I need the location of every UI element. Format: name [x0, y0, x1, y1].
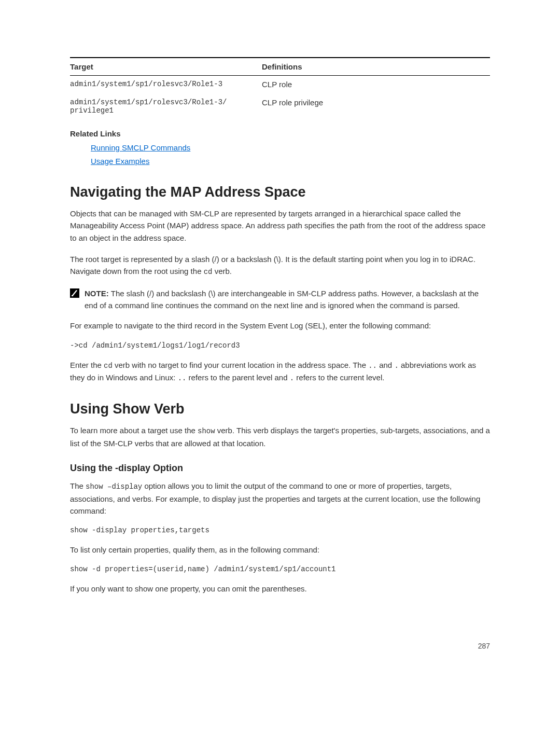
- code-block: show -display properties,targets: [70, 526, 490, 534]
- link-running-smclp-commands[interactable]: Running SMCLP Commands: [91, 143, 190, 152]
- related-links-list: Running SMCLP Commands Usage Examples: [91, 141, 490, 168]
- inline-code: .: [290, 374, 294, 382]
- table-row: admin1/system1/sp1/rolesvc3/Role1-3/ pri…: [70, 94, 490, 120]
- inline-code: cd: [204, 268, 213, 276]
- note-label: NOTE:: [85, 289, 111, 298]
- table-header-target: Target: [70, 62, 262, 71]
- paragraph: To list only certain properties, qualify…: [70, 544, 490, 556]
- inline-code: show –display: [86, 483, 142, 491]
- svg-rect-1: [72, 295, 73, 296]
- paragraph: For example to navigate to the third rec…: [70, 320, 490, 332]
- note-block: NOTE: The slash (/) and backslash (\) ar…: [70, 287, 490, 312]
- text: and: [377, 361, 394, 369]
- paragraph: Enter the cd verb with no target to find…: [70, 359, 490, 384]
- inline-code: ..: [178, 374, 187, 382]
- inline-code: .: [394, 362, 398, 370]
- table-cell-target: admin1/system1/sp1/rolesvc3/Role1-3: [70, 80, 262, 89]
- text: To learn more about a target use the: [70, 426, 198, 435]
- document-page: Target Definitions admin1/system1/sp1/ro…: [0, 0, 560, 692]
- page-number: 287: [70, 642, 490, 650]
- note-icon: [70, 288, 79, 298]
- table-row: admin1/system1/sp1/rolesvc3/Role1-3 CLP …: [70, 76, 490, 94]
- table-cell-definition: CLP role privilege: [262, 98, 490, 115]
- text: Enter the: [70, 361, 104, 369]
- link-usage-examples[interactable]: Usage Examples: [91, 157, 149, 166]
- text: The: [70, 481, 86, 490]
- related-links-heading: Related Links: [70, 129, 490, 138]
- text: refers to the current level.: [294, 373, 384, 382]
- text: verb.: [212, 267, 232, 275]
- table-cell-definition: CLP role: [262, 80, 490, 89]
- heading-using-display-option: Using the -display Option: [70, 463, 490, 474]
- paragraph: The show –display option allows you to l…: [70, 480, 490, 517]
- text: verb with no target to find your current…: [113, 361, 368, 369]
- table-top-rule: [70, 57, 490, 58]
- table-header-row: Target Definitions: [70, 62, 490, 76]
- paragraph: The root target is represented by a slas…: [70, 253, 490, 278]
- note-text: NOTE: The slash (/) and backslash (\) ar…: [85, 287, 490, 312]
- heading-navigating-map: Navigating the MAP Address Space: [70, 184, 490, 200]
- code-block: ->cd /admin1/system1/logs1/log1/record3: [70, 341, 490, 350]
- text: The slash (/) and backslash (\) are inte…: [85, 289, 479, 310]
- heading-using-show-verb: Using Show Verb: [70, 401, 490, 417]
- paragraph: Objects that can be managed with SM-CLP …: [70, 208, 490, 244]
- paragraph: If you only want to show one property, y…: [70, 583, 490, 595]
- inline-code: ..: [368, 362, 377, 370]
- inline-code: cd: [104, 362, 113, 370]
- table-header-definitions: Definitions: [262, 62, 490, 71]
- inline-code: show: [198, 427, 215, 435]
- code-block: show -d properties=(userid,name) /admin1…: [70, 565, 490, 573]
- paragraph: To learn more about a target use the sho…: [70, 424, 490, 449]
- table-cell-target: admin1/system1/sp1/rolesvc3/Role1-3/ pri…: [70, 98, 262, 115]
- text: The root target is represented by a slas…: [70, 255, 475, 275]
- text: refers to the parent level and: [186, 373, 289, 382]
